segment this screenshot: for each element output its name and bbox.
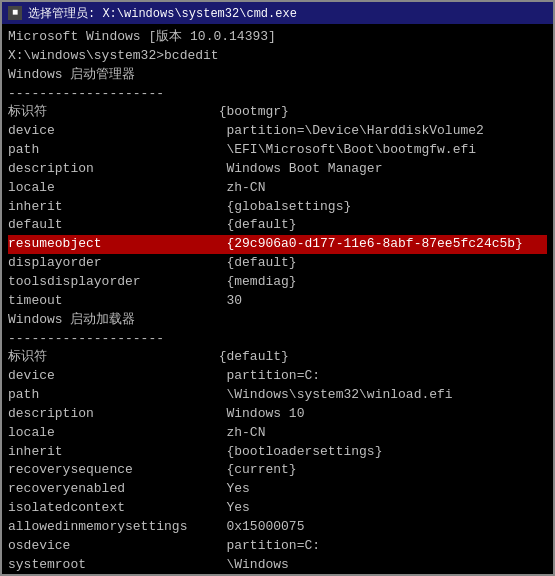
terminal-line: timeout 30: [8, 292, 547, 311]
terminal-line: systemroot \Windows: [8, 556, 547, 574]
terminal-line: osdevice partition=C:: [8, 537, 547, 556]
terminal-line: resumeobject {29c906a0-d177-11e6-8abf-87…: [8, 235, 547, 254]
terminal-line: locale zh-CN: [8, 424, 547, 443]
terminal-line: device partition=\Device\HarddiskVolume2: [8, 122, 547, 141]
terminal-line: allowedinmemorysettings 0x15000075: [8, 518, 547, 537]
window-title: 选择管理员: X:\windows\system32\cmd.exe: [28, 5, 547, 22]
terminal-line: Microsoft Windows [版本 10.0.14393]: [8, 28, 547, 47]
title-bar: ■ 选择管理员: X:\windows\system32\cmd.exe: [2, 2, 553, 24]
terminal-line: default {default}: [8, 216, 547, 235]
terminal-line: recoveryenabled Yes: [8, 480, 547, 499]
terminal-line: --------------------: [8, 330, 547, 349]
terminal-line: device partition=C:: [8, 367, 547, 386]
cmd-icon: ■: [8, 6, 22, 20]
terminal-line: --------------------: [8, 85, 547, 104]
terminal-line: path \Windows\system32\winload.efi: [8, 386, 547, 405]
terminal-line: inherit {globalsettings}: [8, 198, 547, 217]
terminal-line: 标识符 {bootmgr}: [8, 103, 547, 122]
terminal-line: displayorder {default}: [8, 254, 547, 273]
terminal-line: X:\windows\system32>bcdedit: [8, 47, 547, 66]
terminal-line: isolatedcontext Yes: [8, 499, 547, 518]
terminal-line: locale zh-CN: [8, 179, 547, 198]
cmd-window: ■ 选择管理员: X:\windows\system32\cmd.exe Mic…: [0, 0, 555, 576]
terminal-content[interactable]: Microsoft Windows [版本 10.0.14393]X:\wind…: [2, 24, 553, 574]
terminal-line: description Windows 10: [8, 405, 547, 424]
terminal-line: Windows 启动加载器: [8, 311, 547, 330]
terminal-line: recoverysequence {current}: [8, 461, 547, 480]
terminal-line: toolsdisplayorder {memdiag}: [8, 273, 547, 292]
terminal-line: path \EFI\Microsoft\Boot\bootmgfw.efi: [8, 141, 547, 160]
terminal-line: 标识符 {default}: [8, 348, 547, 367]
terminal-line: inherit {bootloadersettings}: [8, 443, 547, 462]
terminal-line: description Windows Boot Manager: [8, 160, 547, 179]
terminal-line: Windows 启动管理器: [8, 66, 547, 85]
